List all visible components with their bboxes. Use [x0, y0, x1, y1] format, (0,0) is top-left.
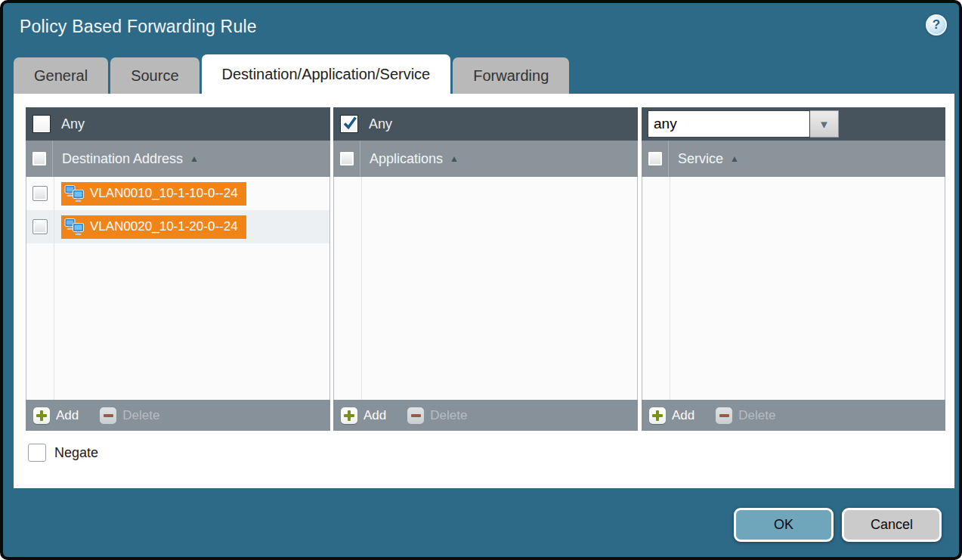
negate-label: Negate: [54, 445, 98, 461]
service-delete-button[interactable]: Delete: [716, 407, 775, 424]
help-icon[interactable]: ?: [926, 14, 947, 36]
applications-add-button[interactable]: Add: [341, 407, 386, 424]
sort-asc-icon: ▲: [190, 153, 199, 164]
tab-source[interactable]: Source: [110, 57, 199, 94]
applications-any-checkbox[interactable]: [340, 115, 358, 133]
service-add-button[interactable]: Add: [649, 407, 694, 424]
tab-bar: General Source Destination/Application/S…: [14, 54, 571, 94]
delete-minus-icon: [100, 407, 116, 424]
ok-button[interactable]: OK: [734, 508, 834, 542]
tab-destination-application-service[interactable]: Destination/Application/Service: [202, 54, 451, 94]
destination-address-item[interactable]: VLAN0020_10-1-20-0--24: [61, 215, 246, 239]
tab-label: General: [34, 67, 88, 85]
destination-add-button[interactable]: Add: [33, 407, 79, 424]
dialog-title: Policy Based Forwarding Rule: [20, 17, 257, 37]
applications-list: [333, 177, 638, 400]
tab-label: Source: [131, 67, 178, 85]
service-dropdown-button[interactable]: ▼: [810, 110, 839, 138]
applications-any-label: Any: [369, 116, 392, 132]
applications-any-bar: Any: [333, 107, 638, 141]
applications-toolbar: Add Delete: [333, 400, 638, 431]
destination-list-item: VLAN0010_10-1-10-0--24: [26, 177, 329, 210]
destination-list-item: VLAN0020_10-1-20-0--24: [26, 210, 329, 243]
destination-delete-button[interactable]: Delete: [100, 407, 159, 424]
destination-any-label: Any: [61, 116, 85, 132]
add-plus-icon: [33, 407, 50, 424]
tab-label: Destination/Application/Service: [222, 66, 431, 83]
delete-minus-icon: [407, 407, 424, 424]
service-dropdown: any ▼: [648, 110, 839, 138]
applications-header-row: Applications ▲: [333, 141, 638, 177]
service-toolbar: Add Delete: [642, 400, 945, 431]
destination-any-bar: Any: [26, 107, 330, 141]
cancel-button[interactable]: Cancel: [842, 508, 942, 542]
destination-column: Any Destination Address ▲: [26, 107, 330, 431]
add-plus-icon: [649, 407, 666, 424]
destination-toolbar: Add Delete: [26, 400, 330, 431]
row-checkbox[interactable]: [32, 186, 48, 201]
row-checkbox[interactable]: [32, 219, 48, 234]
destination-header-row: Destination Address ▲: [26, 141, 330, 177]
sort-asc-icon: ▲: [730, 153, 739, 164]
sort-asc-icon: ▲: [450, 153, 459, 164]
tab-label: Forwarding: [473, 67, 549, 85]
destination-any-checkbox[interactable]: [32, 115, 51, 133]
service-column-header[interactable]: Service ▲: [669, 141, 739, 177]
applications-column-header[interactable]: Applications ▲: [360, 141, 459, 177]
service-any-bar: any ▼: [642, 107, 945, 141]
service-dropdown-value[interactable]: any: [648, 110, 810, 138]
destination-column-header[interactable]: Destination Address ▲: [53, 141, 199, 177]
pbf-rule-dialog: Policy Based Forwarding Rule ? General S…: [0, 0, 962, 560]
service-column: any ▼ Service ▲ Add: [642, 107, 945, 431]
destination-list: VLAN0010_10-1-10-0--24: [26, 177, 330, 400]
applications-select-all-checkbox[interactable]: [339, 151, 354, 166]
applications-delete-button[interactable]: Delete: [407, 407, 467, 424]
destination-address-item[interactable]: VLAN0010_10-1-10-0--24: [61, 182, 246, 206]
tab-general[interactable]: General: [14, 57, 108, 94]
tab-forwarding[interactable]: Forwarding: [453, 57, 569, 94]
negate-checkbox[interactable]: [28, 444, 46, 462]
service-header-row: Service ▲: [642, 141, 945, 177]
tab-content-panel: Any Destination Address ▲: [14, 94, 954, 488]
destination-select-all-checkbox[interactable]: [32, 151, 47, 166]
applications-column: Any Applications ▲ Add Delete: [333, 107, 638, 431]
service-select-all-checkbox[interactable]: [648, 151, 663, 166]
network-address-icon: [64, 184, 85, 203]
service-list: [642, 177, 945, 400]
checkmark-icon: [342, 115, 358, 131]
add-plus-icon: [341, 407, 357, 424]
network-address-icon: [64, 218, 85, 236]
chevron-down-icon: ▼: [818, 118, 830, 131]
delete-minus-icon: [716, 407, 732, 424]
